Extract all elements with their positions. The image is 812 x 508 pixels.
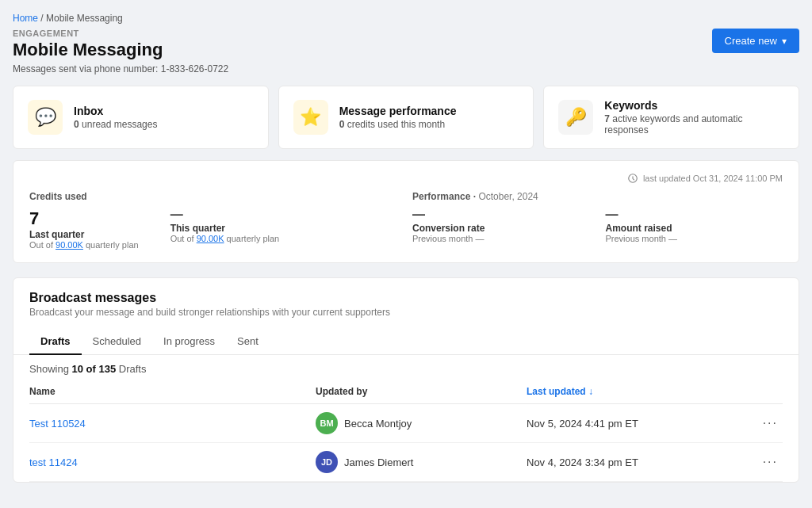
row-name: Test 110524 bbox=[29, 404, 316, 443]
row-name: test 11424 bbox=[29, 443, 316, 482]
keywords-title: Keywords bbox=[604, 99, 784, 112]
conversion-rate-label: Conversion rate bbox=[412, 223, 590, 234]
keywords-icon: 🔑 bbox=[558, 100, 593, 135]
stat-card-inbox[interactable]: 💬 Inbox 0 unread messages bbox=[13, 86, 269, 149]
this-quarter-sub: Out of 90.00K quarterly plan bbox=[170, 234, 280, 243]
conversion-rate-sub: Previous month — bbox=[412, 234, 590, 243]
page-container: Home / Mobile Messaging ENGAGEMENT Mobil… bbox=[0, 0, 812, 495]
performance-info: Message performance 0 credits used this … bbox=[339, 105, 457, 130]
performance-section: last updated Oct 31, 2024 11:00 PM Credi… bbox=[13, 160, 799, 263]
credits-row: 7 Last quarter Out of 90.00K quarterly p… bbox=[29, 208, 400, 250]
tab-scheduled[interactable]: Scheduled bbox=[82, 329, 152, 355]
last-quarter-label: Last quarter bbox=[29, 229, 139, 240]
breadcrumb: Home / Mobile Messaging bbox=[13, 13, 799, 24]
performance-period-label: Performance · October, 2024 bbox=[412, 191, 783, 202]
keywords-value: 7 active keywords and automatic response… bbox=[604, 113, 784, 136]
broadcast-section: Broadcast messages Broadcast your messag… bbox=[13, 277, 799, 483]
col-header-actions bbox=[737, 380, 783, 404]
stats-cards: 💬 Inbox 0 unread messages ⭐ Message perf… bbox=[13, 86, 799, 149]
inbox-title: Inbox bbox=[74, 105, 157, 117]
conversion-rate-item: — Conversion rate Previous month — bbox=[412, 208, 590, 243]
tab-sent[interactable]: Sent bbox=[226, 329, 270, 355]
col-header-updated-by: Updated by bbox=[316, 380, 527, 404]
inbox-value: 0 unread messages bbox=[74, 119, 157, 130]
performance-title: Message performance bbox=[339, 105, 457, 117]
table-header-row: Name Updated by Last updated ↓ bbox=[29, 380, 783, 404]
row-actions: ··· bbox=[737, 404, 783, 443]
row-last-updated: Nov 5, 2024 4:41 pm ET bbox=[527, 404, 737, 443]
inbox-info: Inbox 0 unread messages bbox=[74, 105, 157, 130]
row-actions: ··· bbox=[737, 443, 783, 482]
last-quarter-sub: Out of 90.00K quarterly plan bbox=[29, 240, 139, 250]
keywords-info: Keywords 7 active keywords and automatic… bbox=[604, 99, 784, 136]
section-label: ENGAGEMENT bbox=[13, 29, 163, 38]
table-container: Name Updated by Last updated ↓ Test 1105… bbox=[13, 380, 799, 482]
performance-value: 0 credits used this month bbox=[339, 119, 457, 130]
broadcast-title: Broadcast messages bbox=[29, 291, 783, 305]
updated-by-name: James Diemert bbox=[344, 456, 413, 468]
row-name-link[interactable]: Test 110524 bbox=[29, 418, 86, 430]
this-quarter-value: — bbox=[170, 208, 280, 221]
this-quarter-label: This quarter bbox=[170, 223, 280, 234]
broadcast-header: Broadcast messages Broadcast your messag… bbox=[13, 278, 799, 329]
tab-drafts[interactable]: Drafts bbox=[29, 329, 82, 355]
conversion-rate-value: — bbox=[412, 208, 590, 221]
data-table: Name Updated by Last updated ↓ Test 1105… bbox=[29, 380, 783, 482]
stat-card-keywords[interactable]: 🔑 Keywords 7 active keywords and automat… bbox=[543, 86, 799, 149]
col-header-name: Name bbox=[29, 380, 316, 404]
avatar: BM bbox=[316, 412, 338, 434]
amount-raised-label: Amount raised bbox=[606, 223, 783, 234]
row-updated-by: BM Becca Montjoy bbox=[316, 404, 527, 443]
credits-section: Credits used 7 Last quarter Out of 90.00… bbox=[29, 191, 400, 250]
amount-raised-value: — bbox=[606, 208, 783, 221]
performance-metrics-section: Performance · October, 2024 — Conversion… bbox=[412, 191, 783, 250]
page-title-group: ENGAGEMENT Mobile Messaging bbox=[13, 29, 163, 60]
performance-icon: ⭐ bbox=[293, 100, 328, 135]
updated-by-cell: BM Becca Montjoy bbox=[316, 412, 527, 434]
page-title: Mobile Messaging bbox=[13, 40, 163, 60]
tabs: Drafts Scheduled In progress Sent bbox=[13, 329, 799, 355]
more-options-button[interactable]: ··· bbox=[758, 414, 783, 432]
perf-items-row: — Conversion rate Previous month — — Amo… bbox=[412, 208, 783, 243]
row-updated-by: JD James Diemert bbox=[316, 443, 527, 482]
col-header-last-updated[interactable]: Last updated ↓ bbox=[527, 380, 737, 404]
updated-by-name: Becca Montjoy bbox=[344, 418, 412, 430]
inbox-icon: 💬 bbox=[28, 100, 63, 135]
amount-raised-item: — Amount raised Previous month — bbox=[606, 208, 783, 243]
last-quarter-item: 7 Last quarter Out of 90.00K quarterly p… bbox=[29, 208, 139, 250]
create-new-button[interactable]: Create new bbox=[712, 29, 799, 53]
row-name-link[interactable]: test 11424 bbox=[29, 456, 78, 468]
perf-grid: Credits used 7 Last quarter Out of 90.00… bbox=[29, 191, 783, 250]
amount-raised-sub: Previous month — bbox=[606, 234, 783, 243]
credits-label: Credits used bbox=[29, 191, 400, 202]
table-info: Showing 10 of 135 Drafts bbox=[13, 355, 799, 380]
stat-card-performance[interactable]: ⭐ Message performance 0 credits used thi… bbox=[278, 86, 534, 149]
row-last-updated: Nov 4, 2024 3:34 pm ET bbox=[527, 443, 737, 482]
page-header: ENGAGEMENT Mobile Messaging Create new bbox=[13, 29, 799, 60]
phone-number: Messages sent via phone number: 1-833-62… bbox=[13, 63, 799, 74]
last-updated: last updated Oct 31, 2024 11:00 PM bbox=[628, 174, 783, 183]
perf-meta: last updated Oct 31, 2024 11:00 PM bbox=[29, 174, 783, 183]
tab-in-progress[interactable]: In progress bbox=[152, 329, 226, 355]
updated-by-cell: JD James Diemert bbox=[316, 451, 527, 473]
table-row: Test 110524 BM Becca Montjoy Nov 5, 2024… bbox=[29, 404, 783, 443]
showing-count: 10 of 135 bbox=[72, 363, 117, 375]
broadcast-subtitle: Broadcast your message and build stronge… bbox=[29, 307, 783, 318]
avatar: JD bbox=[316, 451, 338, 473]
table-row: test 11424 JD James Diemert Nov 4, 2024 … bbox=[29, 443, 783, 482]
showing-text: Showing bbox=[29, 363, 69, 375]
last-quarter-value: 7 bbox=[29, 208, 139, 229]
more-options-button[interactable]: ··· bbox=[758, 453, 783, 471]
this-quarter-item: — This quarter Out of 90.00K quarterly p… bbox=[170, 208, 280, 243]
breadcrumb-current: Mobile Messaging bbox=[46, 13, 123, 24]
breadcrumb-home[interactable]: Home bbox=[13, 13, 38, 24]
